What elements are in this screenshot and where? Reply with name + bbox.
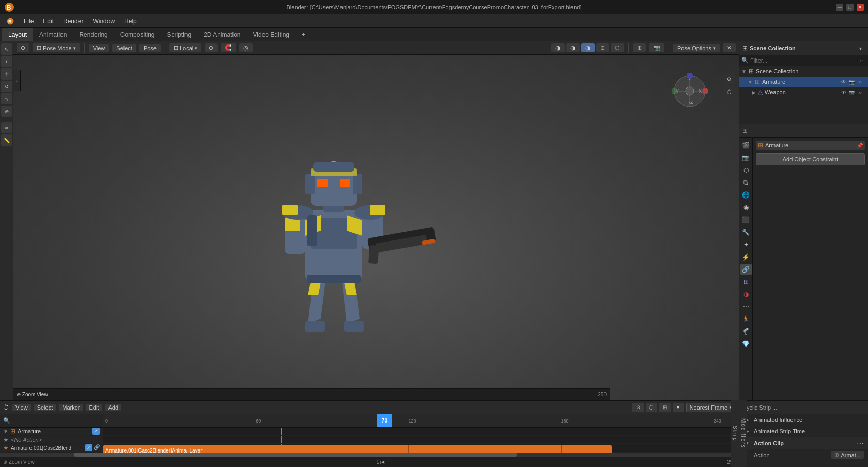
timeline-content[interactable]: ▼ ⊞ Armature ✓ ★ <No Action> bbox=[0, 428, 739, 453]
strip-tab[interactable]: Strip bbox=[731, 400, 739, 467]
tool-transform[interactable]: ⊕ bbox=[1, 106, 12, 117]
nla-action-strip[interactable]: Armature.001|Casc2Blender|Anima_Layer bbox=[103, 445, 612, 453]
menu-blender[interactable]: B bbox=[2, 16, 19, 26]
camera-perspective[interactable]: 📷 bbox=[649, 43, 664, 52]
prop-tab-constraints[interactable]: 🔗 bbox=[740, 264, 752, 275]
tab-animation[interactable]: Animation bbox=[33, 28, 73, 41]
tool-rotate[interactable]: ↺ bbox=[1, 81, 12, 92]
prop-tab-output[interactable]: ⬡ bbox=[740, 164, 752, 176]
tool-move[interactable]: ✛ bbox=[1, 68, 12, 80]
viewport-overlays[interactable]: ⊙ bbox=[596, 43, 609, 52]
add-object-constraint-button[interactable]: Add Object Constraint bbox=[756, 153, 865, 165]
outliner-item-armature[interactable]: ▼ ⊞ Armature 👁 📷 ○ bbox=[739, 77, 868, 87]
tab-2d-animation[interactable]: 2D Animation bbox=[197, 28, 246, 41]
weapon-visibility-icon[interactable]: 👁 bbox=[840, 89, 847, 95]
prop-tab-scene2[interactable]: 🌐 bbox=[740, 189, 752, 201]
tool-scale[interactable]: ⤡ bbox=[1, 93, 12, 104]
menu-help[interactable]: Help bbox=[120, 17, 141, 26]
weapon-select-icon[interactable]: ○ bbox=[857, 89, 864, 95]
viewport-shading-material[interactable]: ◑ bbox=[566, 43, 580, 52]
tool-cursor[interactable]: + bbox=[1, 56, 12, 67]
prop-tab-object[interactable]: ⬛ bbox=[740, 214, 752, 225]
prop-tab-view-layer[interactable]: ⧉ bbox=[740, 177, 752, 188]
track-armature-checkbox[interactable]: ✓ bbox=[92, 428, 100, 435]
tool-select[interactable]: ↖ bbox=[1, 43, 12, 55]
menu-file[interactable]: File bbox=[20, 17, 38, 26]
timeline-scrollbar-thumb[interactable] bbox=[74, 453, 517, 457]
track-armature-content[interactable] bbox=[103, 428, 739, 435]
prop-tab-modifiers[interactable]: 🔧 bbox=[740, 227, 752, 238]
timeline-edit-menu[interactable]: Edit bbox=[86, 404, 102, 411]
action-clip-dots-icon[interactable]: ⋯ bbox=[857, 439, 864, 447]
timeline-add-menu[interactable]: Add bbox=[105, 404, 121, 411]
timeline-scrollbar[interactable] bbox=[0, 453, 739, 457]
side-panel-toggle[interactable]: ‹ bbox=[13, 70, 21, 91]
viewport-shading-render[interactable]: ◑ bbox=[581, 43, 595, 52]
prop-tab-extra3[interactable]: 💎 bbox=[740, 338, 752, 350]
menu-window[interactable]: Window bbox=[88, 17, 119, 26]
prop-armature-pin-button[interactable]: 📌 bbox=[857, 143, 863, 148]
timeline-editor-type-button[interactable]: ⏱ bbox=[3, 404, 9, 411]
tool-measure[interactable]: 📏 bbox=[1, 134, 12, 146]
zoom-view-label[interactable]: ⊕ Zoom View bbox=[17, 391, 48, 397]
tab-rendering[interactable]: Rendering bbox=[73, 28, 114, 41]
close-header-button[interactable]: ✕ bbox=[723, 43, 736, 52]
timeline-ruler[interactable]: 🔍 70 0 60 120 180 240 bbox=[0, 414, 739, 428]
prop-tab-particles2[interactable]: ⋯ bbox=[740, 301, 752, 312]
prop-tab-material[interactable]: ◑ bbox=[740, 289, 752, 300]
tab-scripting[interactable]: Scripting bbox=[161, 28, 197, 41]
toggle-xray-button[interactable]: ⬡ bbox=[723, 86, 735, 97]
gizmo-toggle[interactable]: ⊕ bbox=[633, 43, 646, 52]
current-frame-marker[interactable]: 70 bbox=[377, 414, 392, 427]
nla-animated-influence[interactable]: ▶ Animated Influence bbox=[739, 414, 868, 426]
proportional-edit[interactable]: ◎ bbox=[239, 43, 253, 52]
nla-animated-time[interactable]: ▶ Animated Strip Time bbox=[739, 426, 868, 437]
search-timeline-icon[interactable]: 🔍 bbox=[3, 417, 10, 424]
keyframe-filter-button[interactable]: ⊙ bbox=[632, 403, 644, 412]
track-nla-content[interactable]: Armature.001|Casc2Blender|Anima_Layer bbox=[103, 444, 739, 452]
tool-annotate[interactable]: ✏ bbox=[1, 122, 12, 133]
weapon-render-icon[interactable]: 📷 bbox=[848, 89, 856, 95]
snap-mode-dropdown[interactable]: Nearest Frame ▾ bbox=[686, 403, 736, 412]
track-no-action-content[interactable] bbox=[103, 436, 739, 444]
tab-layout[interactable]: Layout bbox=[2, 28, 33, 41]
xray-toggle[interactable]: ⬡ bbox=[611, 43, 624, 52]
armature-visibility-icon[interactable]: 👁 bbox=[840, 79, 847, 85]
prop-tab-scene[interactable]: 🎬 bbox=[740, 140, 752, 151]
modifiers-tab[interactable]: Modifiers bbox=[739, 400, 747, 467]
menu-edit[interactable]: Edit bbox=[39, 17, 58, 26]
view-menu[interactable]: View bbox=[89, 44, 110, 52]
editor-type-button[interactable]: ⊙ bbox=[17, 43, 29, 52]
outliner-filter-icon[interactable]: ▾ bbox=[856, 43, 865, 53]
prop-tab-particles[interactable]: ✦ bbox=[740, 239, 752, 250]
transform-pivot[interactable]: ⊙ bbox=[205, 43, 218, 52]
track-nla-checkbox[interactable]: ✓ bbox=[85, 444, 92, 451]
timeline-view-menu[interactable]: View bbox=[12, 404, 31, 411]
tab-video-editing[interactable]: Video Editing bbox=[247, 28, 296, 41]
armature-select-icon[interactable]: ○ bbox=[857, 79, 864, 85]
mode-selector[interactable]: ⊞ Pose Mode bbox=[33, 43, 80, 52]
nla-action-clip-header[interactable]: ▼ Action Clip ⋯ bbox=[739, 437, 868, 449]
prop-tab-physics[interactable]: ⚡ bbox=[740, 251, 752, 263]
viewport-shading-solid[interactable]: ◑ bbox=[551, 43, 565, 52]
tab-add[interactable]: + bbox=[296, 28, 312, 41]
filter-options-button[interactable]: ↔ bbox=[857, 56, 866, 65]
snap-toggle[interactable]: 🧲 bbox=[221, 43, 236, 52]
transform-space[interactable]: ⊞ Local bbox=[169, 43, 202, 52]
prop-tab-extra[interactable]: 🏃 bbox=[740, 313, 752, 325]
track-nla-link-icon[interactable]: 🔗 bbox=[94, 444, 100, 451]
maximize-button[interactable]: □ bbox=[846, 4, 854, 11]
armature-render-icon[interactable]: 📷 bbox=[848, 79, 856, 85]
nla-view-button[interactable]: ⬡ bbox=[646, 403, 657, 412]
outliner-search-input[interactable] bbox=[750, 57, 855, 64]
outliner-item-weapon[interactable]: ▶ △ Weapon 👁 📷 ○ bbox=[739, 87, 868, 97]
timeline-marker-menu[interactable]: Marker bbox=[59, 404, 83, 411]
toggle-overlays-button[interactable]: ⊙ bbox=[723, 73, 735, 84]
prop-tab-render[interactable]: 📷 bbox=[740, 152, 752, 163]
menu-render[interactable]: Render bbox=[59, 17, 87, 26]
timeline-extra-button[interactable]: ⊞ bbox=[659, 403, 671, 412]
select-menu[interactable]: Select bbox=[112, 44, 136, 52]
prop-tab-extra2[interactable]: 🦿 bbox=[740, 326, 752, 337]
track-nla-label[interactable]: ★ Armature.001|Casc2Blend ✓ 🔗 bbox=[0, 444, 103, 452]
track-armature-expand-icon[interactable]: ▼ bbox=[3, 429, 8, 434]
